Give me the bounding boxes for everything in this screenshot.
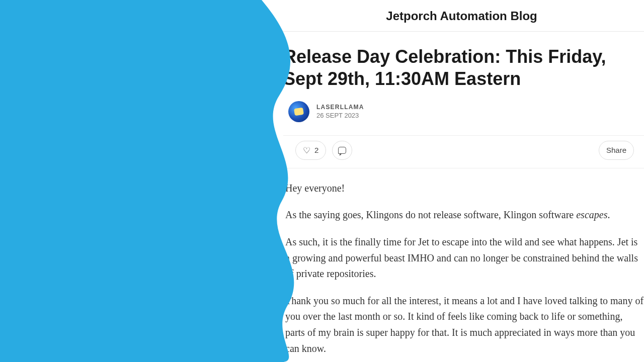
promo-headline-line1: Tech Preview: [28, 128, 246, 174]
article-panel: Jetporch Automation Blog Release Day Cel…: [279, 0, 644, 362]
article-body: Hey everyone! As the saying goes, Klingo…: [283, 180, 644, 362]
author-name[interactable]: LASERLLAMA: [316, 104, 364, 111]
promo-headline-line2: One: [28, 174, 246, 221]
paragraph-text: As the saying goes, Klingons do not rele…: [285, 209, 576, 220]
action-bar: 2 Share: [283, 135, 644, 168]
byline: LASERLLAMA 26 SEPT 2023: [288, 101, 644, 122]
site-title[interactable]: Jetporch Automation Blog: [279, 0, 644, 32]
comment-icon: [338, 147, 346, 154]
brand-name: JetPorch: [38, 38, 122, 59]
share-label: Share: [606, 146, 626, 154]
paragraph: Thank you so much for all the interest, …: [285, 293, 644, 356]
paragraph: As the saying goes, Klingons do not rele…: [285, 207, 644, 223]
heart-icon: [303, 145, 310, 155]
article-title: Release Day Celebration: This Friday, Se…: [283, 46, 644, 90]
share-button[interactable]: Share: [599, 141, 634, 160]
highlight-underline: [25, 241, 247, 261]
like-count: 2: [314, 146, 318, 154]
paragraph-text: .: [607, 209, 610, 220]
page-root: JetPorch Tech Preview One 29th September…: [0, 0, 644, 362]
paragraph-em: escapes: [576, 209, 607, 220]
paragraph: Hey everyone!: [285, 180, 644, 197]
paragraph: As such, it is the finally time for Jet …: [285, 234, 644, 282]
promo-headline: Tech Preview One: [28, 128, 246, 221]
publish-date: 26 SEPT 2023: [316, 112, 364, 119]
comment-button[interactable]: [332, 141, 352, 160]
promo-panel: JetPorch Tech Preview One 29th September…: [0, 0, 302, 362]
promo-date: 29th September 2023: [25, 292, 180, 310]
